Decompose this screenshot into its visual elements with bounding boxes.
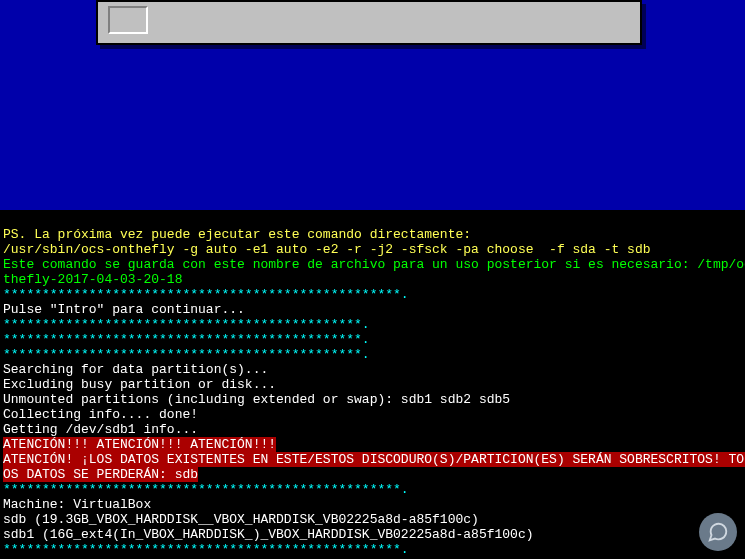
terminal-output: PS. La próxima vez puede ejecutar este c…	[0, 210, 745, 559]
separator: ****************************************…	[3, 542, 409, 557]
unmounted-msg: Unmounted partitions (including extended…	[3, 392, 510, 407]
ps-command: /usr/sbin/ocs-onthefly -g auto -e1 auto …	[3, 242, 651, 257]
disk-sdb-info: sdb (19.3GB_VBOX_HARDDISK__VBOX_HARDDISK…	[3, 512, 479, 527]
dialog-button-fragment	[108, 6, 148, 34]
collecting-msg: Collecting info.... done!	[3, 407, 198, 422]
separator: ****************************************…	[3, 347, 370, 362]
machine-info: Machine: VirtualBox	[3, 497, 151, 512]
chat-bubble-icon[interactable]	[699, 513, 737, 551]
searching-msg: Searching for data partition(s)...	[3, 362, 268, 377]
separator: ****************************************…	[3, 332, 370, 347]
warning-body-line1: ATENCIÓN! ¡LOS DATOS EXISTENTES EN ESTE/…	[3, 452, 745, 467]
getting-msg: Getting /dev/sdb1 info...	[3, 422, 198, 437]
save-notice-line2: thefly-2017-04-03-20-18	[3, 272, 182, 287]
separator: ****************************************…	[3, 317, 370, 332]
excluding-msg: Excluding busy partition or disk...	[3, 377, 276, 392]
separator: ****************************************…	[3, 287, 409, 302]
dialog-background	[0, 0, 745, 210]
separator: ****************************************…	[3, 482, 409, 497]
speech-bubble-icon	[707, 521, 729, 543]
save-notice-line1: Este comando se guarda con este nombre d…	[3, 257, 745, 272]
warning-header: ATENCIÓN!!! ATENCIÓN!!! ATENCIÓN!!!	[3, 437, 276, 452]
press-intro-prompt: Pulse "Intro" para continuar...	[3, 302, 245, 317]
ps-notice-line1: PS. La próxima vez puede ejecutar este c…	[3, 227, 471, 242]
warning-body-line2: OS DATOS SE PERDERÁN: sdb	[3, 467, 198, 482]
partition-sdb1-info: sdb1 (16G_ext4(In_VBOX_HARDDISK_)_VBOX_H…	[3, 527, 534, 542]
dialog-box	[96, 0, 642, 45]
